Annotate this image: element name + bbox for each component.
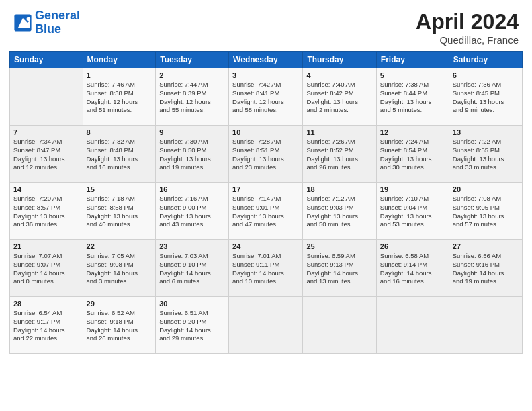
day-number: 27 [453, 242, 519, 250]
day-info: Sunrise: 7:05 AM Sunset: 9:08 PM Dayligh… [87, 252, 152, 286]
day-number: 2 [159, 71, 225, 79]
day-cell: 6Sunrise: 7:36 AM Sunset: 8:45 PM Daylig… [449, 68, 522, 126]
day-info: Sunrise: 7:14 AM Sunset: 9:01 PM Dayligh… [232, 195, 299, 229]
day-cell: 1Sunrise: 7:46 AM Sunset: 8:38 PM Daylig… [83, 68, 156, 126]
day-cell: 17Sunrise: 7:14 AM Sunset: 9:01 PM Dayli… [229, 183, 303, 240]
day-cell: 4Sunrise: 7:40 AM Sunset: 8:42 PM Daylig… [303, 68, 376, 126]
day-cell [10, 68, 83, 126]
day-cell: 10Sunrise: 7:28 AM Sunset: 8:51 PM Dayli… [229, 126, 303, 183]
day-cell: 3Sunrise: 7:42 AM Sunset: 8:41 PM Daylig… [229, 68, 303, 126]
col-header-monday: Monday [83, 52, 156, 68]
day-info: Sunrise: 7:16 AM Sunset: 9:00 PM Dayligh… [159, 195, 225, 229]
calendar-table: SundayMondayTuesdayWednesdayThursdayFrid… [9, 51, 523, 354]
day-number: 8 [87, 128, 152, 136]
day-info: Sunrise: 7:03 AM Sunset: 9:10 PM Dayligh… [159, 252, 225, 286]
day-info: Sunrise: 7:01 AM Sunset: 9:11 PM Dayligh… [232, 252, 299, 286]
day-info: Sunrise: 7:10 AM Sunset: 9:04 PM Dayligh… [380, 195, 445, 229]
day-cell: 13Sunrise: 7:22 AM Sunset: 8:55 PM Dayli… [449, 126, 522, 183]
logo-line2: Blue [35, 22, 61, 36]
day-info: Sunrise: 7:46 AM Sunset: 8:38 PM Dayligh… [87, 81, 152, 115]
day-info: Sunrise: 7:36 AM Sunset: 8:45 PM Dayligh… [453, 81, 519, 115]
day-number: 24 [232, 242, 299, 250]
day-number: 4 [306, 71, 372, 79]
day-info: Sunrise: 7:32 AM Sunset: 8:48 PM Dayligh… [87, 138, 152, 172]
day-cell: 15Sunrise: 7:18 AM Sunset: 8:58 PM Dayli… [83, 183, 156, 240]
day-info: Sunrise: 6:54 AM Sunset: 9:17 PM Dayligh… [13, 309, 79, 343]
header-row: SundayMondayTuesdayWednesdayThursdayFrid… [10, 52, 523, 68]
col-header-thursday: Thursday [303, 52, 376, 68]
day-cell [229, 297, 303, 354]
day-cell [303, 297, 376, 354]
day-cell: 18Sunrise: 7:12 AM Sunset: 9:03 PM Dayli… [303, 183, 376, 240]
day-number: 25 [306, 242, 372, 250]
day-cell: 12Sunrise: 7:24 AM Sunset: 8:54 PM Dayli… [376, 126, 449, 183]
col-header-wednesday: Wednesday [229, 52, 303, 68]
day-info: Sunrise: 6:58 AM Sunset: 9:14 PM Dayligh… [380, 252, 445, 286]
day-number: 20 [453, 185, 519, 193]
day-cell: 11Sunrise: 7:26 AM Sunset: 8:52 PM Dayli… [303, 126, 376, 183]
day-cell: 28Sunrise: 6:54 AM Sunset: 9:17 PM Dayli… [10, 297, 83, 354]
day-info: Sunrise: 7:08 AM Sunset: 9:05 PM Dayligh… [453, 195, 519, 229]
subtitle: Quedillac, France [416, 34, 519, 46]
day-number: 21 [13, 242, 79, 250]
calendar-header: SundayMondayTuesdayWednesdayThursdayFrid… [10, 52, 523, 68]
week-row-4: 21Sunrise: 7:07 AM Sunset: 9:07 PM Dayli… [10, 240, 523, 297]
day-info: Sunrise: 7:20 AM Sunset: 8:57 PM Dayligh… [13, 195, 79, 229]
day-info: Sunrise: 7:30 AM Sunset: 8:50 PM Dayligh… [159, 138, 225, 172]
day-cell: 8Sunrise: 7:32 AM Sunset: 8:48 PM Daylig… [83, 126, 156, 183]
day-cell: 27Sunrise: 6:56 AM Sunset: 9:16 PM Dayli… [449, 240, 522, 297]
day-info: Sunrise: 7:38 AM Sunset: 8:44 PM Dayligh… [380, 81, 445, 115]
day-cell: 5Sunrise: 7:38 AM Sunset: 8:44 PM Daylig… [376, 68, 449, 126]
day-number: 16 [159, 185, 225, 193]
day-number: 26 [380, 242, 445, 250]
day-cell: 24Sunrise: 7:01 AM Sunset: 9:11 PM Dayli… [229, 240, 303, 297]
calendar-body: 1Sunrise: 7:46 AM Sunset: 8:38 PM Daylig… [10, 68, 523, 354]
col-header-friday: Friday [376, 52, 449, 68]
day-cell: 22Sunrise: 7:05 AM Sunset: 9:08 PM Dayli… [83, 240, 156, 297]
day-number: 18 [306, 185, 372, 193]
day-info: Sunrise: 7:18 AM Sunset: 8:58 PM Dayligh… [87, 195, 152, 229]
day-number: 7 [13, 128, 79, 136]
day-info: Sunrise: 7:28 AM Sunset: 8:51 PM Dayligh… [232, 138, 299, 172]
svg-point-2 [27, 17, 31, 21]
col-header-saturday: Saturday [449, 52, 522, 68]
day-number: 10 [232, 128, 299, 136]
day-info: Sunrise: 7:22 AM Sunset: 8:55 PM Dayligh… [453, 138, 519, 172]
col-header-sunday: Sunday [10, 52, 83, 68]
logo: General Blue [13, 9, 80, 36]
day-number: 1 [87, 71, 152, 79]
day-cell: 25Sunrise: 6:59 AM Sunset: 9:13 PM Dayli… [303, 240, 376, 297]
day-info: Sunrise: 7:12 AM Sunset: 9:03 PM Dayligh… [306, 195, 372, 229]
day-info: Sunrise: 6:51 AM Sunset: 9:20 PM Dayligh… [159, 309, 225, 343]
day-cell: 21Sunrise: 7:07 AM Sunset: 9:07 PM Dayli… [10, 240, 83, 297]
logo-line1: General [35, 9, 80, 22]
day-info: Sunrise: 6:59 AM Sunset: 9:13 PM Dayligh… [306, 252, 372, 286]
day-number: 23 [159, 242, 225, 250]
day-number: 14 [13, 185, 79, 193]
day-number: 29 [87, 300, 152, 308]
day-cell: 7Sunrise: 7:34 AM Sunset: 8:47 PM Daylig… [10, 126, 83, 183]
day-info: Sunrise: 7:24 AM Sunset: 8:54 PM Dayligh… [380, 138, 445, 172]
day-info: Sunrise: 6:56 AM Sunset: 9:16 PM Dayligh… [453, 252, 519, 286]
day-number: 13 [453, 128, 519, 136]
day-cell: 23Sunrise: 7:03 AM Sunset: 9:10 PM Dayli… [156, 240, 229, 297]
day-number: 28 [13, 300, 79, 308]
day-cell: 29Sunrise: 6:52 AM Sunset: 9:18 PM Dayli… [83, 297, 156, 354]
day-cell: 19Sunrise: 7:10 AM Sunset: 9:04 PM Dayli… [376, 183, 449, 240]
week-row-5: 28Sunrise: 6:54 AM Sunset: 9:17 PM Dayli… [10, 297, 523, 354]
week-row-3: 14Sunrise: 7:20 AM Sunset: 8:57 PM Dayli… [10, 183, 523, 240]
day-cell: 30Sunrise: 6:51 AM Sunset: 9:20 PM Dayli… [156, 297, 229, 354]
day-cell: 26Sunrise: 6:58 AM Sunset: 9:14 PM Dayli… [376, 240, 449, 297]
day-info: Sunrise: 7:40 AM Sunset: 8:42 PM Dayligh… [306, 81, 372, 115]
day-cell: 14Sunrise: 7:20 AM Sunset: 8:57 PM Dayli… [10, 183, 83, 240]
logo-icon [13, 13, 32, 32]
day-number: 6 [453, 71, 519, 79]
day-info: Sunrise: 7:44 AM Sunset: 8:39 PM Dayligh… [159, 81, 225, 115]
week-row-1: 1Sunrise: 7:46 AM Sunset: 8:38 PM Daylig… [10, 68, 523, 126]
day-info: Sunrise: 7:34 AM Sunset: 8:47 PM Dayligh… [13, 138, 79, 172]
col-header-tuesday: Tuesday [156, 52, 229, 68]
header: General Blue April 2024 Quedillac, Franc… [0, 0, 532, 51]
day-number: 3 [232, 71, 299, 79]
day-cell [449, 297, 522, 354]
main-title: April 2024 [416, 9, 519, 34]
